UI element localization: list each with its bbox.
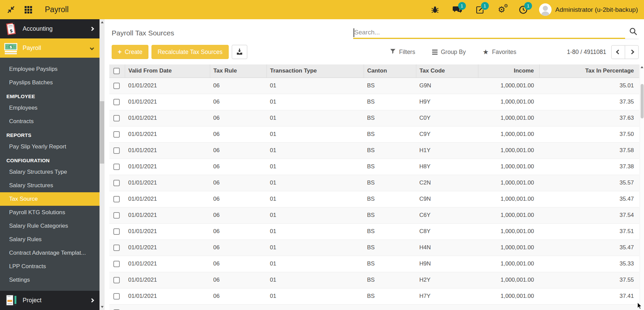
sidebar-item-salary-structures-type[interactable]: Salary Structures Type xyxy=(0,165,100,179)
column-header-transaction-type[interactable]: Transaction Type xyxy=(267,64,364,78)
table-row[interactable]: 01/01/2021 06 01 BS C2N 1,000,001.00 35.… xyxy=(109,175,639,191)
sidebar-item-settings[interactable]: Settings xyxy=(0,273,100,287)
sidebar-item-pay-slip-yearly-report[interactable]: Pay Slip Yearly Report xyxy=(0,140,100,153)
table-row[interactable]: 01/01/2021 06 01 BS C8Y 1,000,001.00 37.… xyxy=(109,223,639,239)
row-checkbox[interactable] xyxy=(113,261,120,267)
table-row[interactable]: 01/01/2021 06 01 BS H4N 1,000,001.00 35.… xyxy=(109,239,639,256)
row-checkbox[interactable] xyxy=(113,131,120,138)
cell-tax-rule: 06 xyxy=(210,78,267,94)
table-row[interactable]: 01/01/2021 06 01 BS H8Y 1,000,001.00 37.… xyxy=(109,159,639,175)
favorites-button[interactable]: ★ Favorites xyxy=(483,49,516,56)
sidebar-item-salary-rules[interactable]: Salary Rules xyxy=(0,233,100,246)
row-checkbox[interactable] xyxy=(113,83,120,89)
row-checkbox[interactable] xyxy=(113,245,120,251)
sidebar-item-tax-source[interactable]: Tax Source xyxy=(0,192,100,206)
table-row[interactable]: 01/01/2021 06 01 BS C9N 1,000,001.00 35.… xyxy=(109,191,639,207)
sidebar-item-employee-payslips[interactable]: Employee Payslips xyxy=(0,62,100,76)
sidebar-item-payslips-batches[interactable]: Payslips Batches xyxy=(0,76,100,89)
sidebar-scrollbar[interactable] xyxy=(100,19,105,310)
settings-gears-icon[interactable]: ⚙⚙ xyxy=(498,5,505,14)
table-row-partial[interactable] xyxy=(109,304,639,310)
export-button[interactable] xyxy=(232,45,247,59)
user-menu[interactable]: Administrator (u-2bit-backup) xyxy=(539,3,638,16)
cell-transaction-type: 01 xyxy=(267,78,364,94)
sidebar-item-lpp-contracts[interactable]: LPP Contracts xyxy=(0,260,100,273)
records-table: Valid From Date Tax Rule Transaction Typ… xyxy=(109,64,639,310)
filters-button[interactable]: Filters xyxy=(390,49,415,56)
column-header-canton[interactable]: Canton xyxy=(364,64,416,78)
column-header-income[interactable]: Income xyxy=(478,64,539,78)
column-header-tax-in-percentage[interactable]: Tax In Percentage xyxy=(539,64,639,78)
row-checkbox[interactable] xyxy=(113,99,120,105)
table-row[interactable]: 01/01/2021 06 01 BS C0Y 1,000,001.00 37.… xyxy=(109,110,639,126)
sidebar-app-accounting[interactable]: $ Accounting xyxy=(0,19,100,38)
row-checkbox[interactable] xyxy=(113,164,120,170)
page-title: Payroll Tax Sources xyxy=(112,29,174,37)
plus-icon: + xyxy=(118,48,122,56)
search-icon[interactable] xyxy=(629,27,637,37)
cell-valid-from-date: 01/01/2021 xyxy=(125,126,210,142)
sidebar-scroll-thumb[interactable] xyxy=(100,101,104,164)
group-by-button[interactable]: Group By xyxy=(432,49,466,56)
select-all-checkbox[interactable] xyxy=(113,68,120,74)
cell-transaction-type: 01 xyxy=(267,142,364,159)
sidebar-app-project[interactable]: Project xyxy=(0,291,100,310)
chevron-right-icon xyxy=(90,298,94,303)
scroll-up-arrow[interactable] xyxy=(100,21,105,23)
sidebar-item-contract-advantage-templat[interactable]: Contract Advantage Templat... xyxy=(0,246,100,260)
cell-valid-from-date: 01/01/2021 xyxy=(125,239,210,256)
sidebar-app-label: Payroll xyxy=(23,45,90,52)
recalculate-tax-sources-button[interactable]: Recalculate Tax Sources xyxy=(151,45,228,59)
sidebar-item-employees[interactable]: Employees xyxy=(0,101,100,115)
table-row[interactable]: 01/01/2021 06 01 BS H9N 1,000,001.00 35.… xyxy=(109,256,639,272)
row-checkbox[interactable] xyxy=(113,115,120,121)
sidebar-item-salary-structures[interactable]: Salary Structures xyxy=(0,179,100,192)
table-row[interactable]: 01/01/2021 06 01 BS H1Y 1,000,001.00 37.… xyxy=(109,142,639,159)
apps-grid-icon[interactable] xyxy=(24,5,33,14)
row-checkbox[interactable] xyxy=(113,228,120,235)
sidebar-item-salary-rule-categories[interactable]: Salary Rule Categories xyxy=(0,219,100,233)
scroll-up-arrow[interactable] xyxy=(640,66,644,68)
table-scroll-thumb[interactable] xyxy=(641,84,644,118)
row-checkbox[interactable] xyxy=(113,212,120,219)
table-row[interactable]: 01/01/2021 06 01 BS C6Y 1,000,001.00 37.… xyxy=(109,207,639,223)
column-header-tax-rule[interactable]: Tax Rule xyxy=(210,64,267,78)
table-row[interactable]: 01/01/2021 06 01 BS G9N 1,000,001.00 35.… xyxy=(109,78,639,94)
row-checkbox[interactable] xyxy=(113,277,120,283)
pager-prev-button[interactable] xyxy=(611,45,625,59)
sidebar-item-contracts[interactable]: Contracts xyxy=(0,115,100,128)
accounting-invoice-icon: $ xyxy=(3,22,19,36)
activity-clock-icon[interactable]: 1 xyxy=(519,5,528,14)
cell-income: 1,000,001.00 xyxy=(478,207,539,223)
table-row[interactable]: 01/01/2021 06 01 BS H2Y 1,000,001.00 37.… xyxy=(109,272,639,288)
column-header-valid-from-date[interactable]: Valid From Date xyxy=(125,64,210,78)
app-title[interactable]: Payroll xyxy=(45,5,68,14)
pager-next-button[interactable] xyxy=(625,45,639,59)
row-checkbox[interactable] xyxy=(113,196,120,202)
cell-income: 1,000,001.00 xyxy=(478,175,539,191)
search-input[interactable] xyxy=(353,27,625,39)
search-box[interactable] xyxy=(353,27,639,39)
row-checkbox[interactable] xyxy=(113,293,120,300)
row-checkbox[interactable] xyxy=(113,180,120,186)
table-row[interactable]: 01/01/2021 06 01 BS C9Y 1,000,001.00 37.… xyxy=(109,126,639,142)
cell-tax-in-percentage: 35.33 xyxy=(539,256,639,272)
create-button[interactable]: +Create xyxy=(112,45,148,59)
main-content: Payroll Tax Sources +Create Recalculate … xyxy=(105,19,644,310)
table-scrollbar[interactable] xyxy=(640,64,644,310)
row-checkbox[interactable] xyxy=(113,147,120,154)
bug-icon[interactable] xyxy=(431,5,439,14)
table-row[interactable]: 01/01/2021 06 01 BS H7Y 1,000,001.00 37.… xyxy=(109,288,639,304)
cell-canton: BS xyxy=(364,239,416,256)
cell-canton: BS xyxy=(364,126,416,142)
scroll-down-arrow[interactable] xyxy=(100,306,105,308)
cell-transaction-type: 01 xyxy=(267,223,364,239)
table-row[interactable]: 01/01/2021 06 01 BS H9Y 1,000,001.00 37.… xyxy=(109,94,639,110)
column-header-tax-code[interactable]: Tax Code xyxy=(416,64,478,78)
sidebar-section-employee: EMPLOYEE xyxy=(0,89,100,101)
sidebar-app-payroll[interactable]: $ Payroll xyxy=(0,38,100,58)
compress-icon[interactable] xyxy=(7,5,15,14)
sidebar-item-payroll-ktg-solutions[interactable]: Payroll KTG Solutions xyxy=(0,206,100,219)
activity-note-icon[interactable]: 1 xyxy=(476,5,484,14)
messages-icon[interactable]: 1 xyxy=(453,5,462,14)
